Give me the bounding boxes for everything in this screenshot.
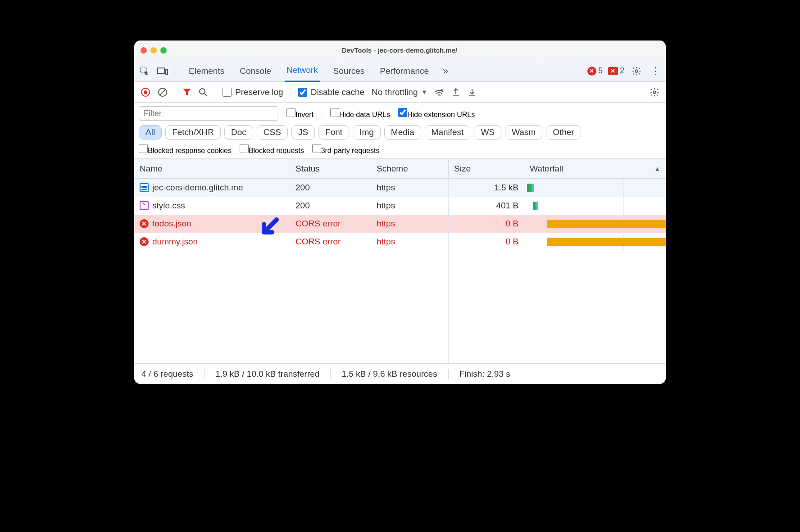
- svg-line-7: [160, 90, 165, 95]
- chip-img[interactable]: Img: [353, 125, 381, 140]
- third-party-checkbox[interactable]: 3rd-party requests: [312, 144, 380, 155]
- tab-performance[interactable]: Performance: [378, 60, 431, 82]
- column-size[interactable]: Size: [449, 159, 524, 178]
- waterfall-bar: [524, 233, 666, 251]
- chip-fetch-xhr[interactable]: Fetch/XHR: [165, 125, 221, 140]
- network-settings-icon[interactable]: [650, 87, 659, 97]
- request-size: 0 B: [449, 233, 524, 251]
- kebab-menu-icon[interactable]: ⋮: [649, 65, 662, 77]
- settings-icon[interactable]: [630, 66, 643, 76]
- network-table: Name Status Scheme Size Waterfall▲ jec-c…: [134, 159, 666, 363]
- tab-network[interactable]: Network: [285, 60, 320, 82]
- document-icon: [140, 183, 149, 192]
- table-row[interactable]: style.css200https401 B: [134, 197, 666, 215]
- inspect-element-icon[interactable]: [138, 66, 151, 76]
- device-toolbar-icon[interactable]: [156, 67, 169, 76]
- hide-data-urls-checkbox[interactable]: Hide data URLs: [330, 108, 390, 119]
- export-har-icon[interactable]: [451, 88, 460, 97]
- error-icon: ✕: [140, 219, 149, 228]
- svg-point-11: [653, 91, 656, 94]
- network-conditions-icon[interactable]: [434, 88, 444, 96]
- window-title: DevTools - jec-cors-demo.glitch.me/: [170, 46, 629, 54]
- svg-point-10: [441, 89, 443, 91]
- filter-bar: Invert Hide data URLs Hide extension URL…: [134, 103, 666, 159]
- column-status[interactable]: Status: [290, 159, 371, 178]
- request-scheme: https: [371, 215, 449, 233]
- column-name[interactable]: Name: [134, 159, 290, 178]
- chip-css[interactable]: CSS: [257, 125, 288, 140]
- chip-media[interactable]: Media: [384, 125, 421, 140]
- disable-cache-checkbox[interactable]: Disable cache: [298, 87, 364, 97]
- error-counter[interactable]: ✕5: [587, 66, 603, 76]
- table-body: jec-cors-demo.glitch.me200https1.5 kBsty…: [134, 179, 666, 251]
- waterfall-bar: [524, 197, 666, 215]
- waterfall-bar: [524, 215, 666, 233]
- svg-line-9: [205, 94, 207, 96]
- svg-point-8: [200, 89, 205, 94]
- request-scheme: https: [371, 179, 449, 197]
- filter-input[interactable]: [139, 106, 278, 121]
- tab-elements[interactable]: Elements: [187, 60, 226, 82]
- record-button[interactable]: [141, 87, 150, 97]
- chip-doc[interactable]: Doc: [224, 125, 253, 140]
- status-transferred: 1.9 kB / 10.0 kB transferred: [215, 369, 319, 379]
- request-status: 200: [290, 197, 371, 215]
- stylesheet-icon: [140, 201, 149, 210]
- request-size: 401 B: [449, 197, 524, 215]
- svg-point-3: [635, 70, 638, 72]
- hide-extension-urls-checkbox[interactable]: Hide extension URLs: [398, 108, 475, 119]
- status-resources: 1.5 kB / 9.6 kB resources: [341, 369, 437, 379]
- issue-counter[interactable]: ✕2: [608, 66, 624, 76]
- waterfall-bar: [524, 179, 666, 197]
- blocked-requests-checkbox[interactable]: Blocked requests: [240, 144, 304, 155]
- status-requests: 4 / 6 requests: [141, 369, 193, 379]
- network-toolbar: Preserve log Disable cache No throttling…: [134, 82, 666, 103]
- chip-wasm[interactable]: Wasm: [505, 125, 542, 140]
- chip-manifest[interactable]: Manifest: [425, 125, 471, 140]
- panel-tabs: Elements Console Network Sources Perform…: [187, 60, 431, 82]
- request-size: 1.5 kB: [449, 179, 524, 197]
- table-row[interactable]: ✕todos.jsonCORS errorhttps0 B: [134, 215, 666, 233]
- tab-sources[interactable]: Sources: [332, 60, 367, 82]
- more-tabs-icon[interactable]: »: [439, 65, 452, 77]
- main-tabbar: Elements Console Network Sources Perform…: [134, 60, 666, 82]
- table-row[interactable]: jec-cors-demo.glitch.me200https1.5 kB: [134, 179, 666, 197]
- error-icon: ✕: [140, 237, 149, 246]
- maximize-window-button[interactable]: [160, 47, 167, 54]
- request-name: style.css: [152, 201, 185, 211]
- svg-rect-2: [165, 69, 168, 74]
- status-finish: Finish: 2.93 s: [459, 369, 510, 379]
- request-size: 0 B: [449, 215, 524, 233]
- import-har-icon[interactable]: [468, 88, 477, 97]
- invert-checkbox[interactable]: Invert: [286, 108, 314, 119]
- minimize-window-button[interactable]: [150, 47, 157, 54]
- chip-other[interactable]: Other: [546, 125, 581, 140]
- svg-rect-1: [158, 68, 164, 73]
- throttling-select[interactable]: No throttling▼: [372, 87, 427, 97]
- chip-font[interactable]: Font: [318, 125, 349, 140]
- titlebar: DevTools - jec-cors-demo.glitch.me/: [134, 41, 666, 60]
- close-window-button[interactable]: [141, 47, 147, 54]
- clear-button[interactable]: [158, 87, 168, 97]
- request-scheme: https: [371, 233, 449, 251]
- chip-js[interactable]: JS: [291, 125, 315, 140]
- table-row[interactable]: ✕dummy.jsonCORS errorhttps0 B: [134, 233, 666, 251]
- request-scheme: https: [371, 197, 449, 215]
- request-status: 200: [290, 179, 371, 197]
- tab-console[interactable]: Console: [238, 60, 273, 82]
- column-scheme[interactable]: Scheme: [371, 159, 449, 178]
- request-status: CORS error: [290, 215, 371, 233]
- search-icon[interactable]: [199, 88, 208, 97]
- request-name: todos.json: [152, 219, 191, 229]
- table-header: Name Status Scheme Size Waterfall▲: [134, 159, 666, 179]
- filter-icon[interactable]: [182, 88, 191, 97]
- svg-point-5: [144, 90, 147, 94]
- traffic-lights: [141, 47, 167, 54]
- preserve-log-checkbox[interactable]: Preserve log: [223, 87, 283, 97]
- blocked-cookies-checkbox[interactable]: Blocked response cookies: [139, 144, 232, 155]
- column-waterfall[interactable]: Waterfall▲: [524, 159, 666, 178]
- chip-ws[interactable]: WS: [474, 125, 501, 140]
- sort-asc-icon: ▲: [654, 165, 660, 172]
- request-name: jec-cors-demo.glitch.me: [152, 183, 243, 193]
- chip-all[interactable]: All: [139, 125, 162, 140]
